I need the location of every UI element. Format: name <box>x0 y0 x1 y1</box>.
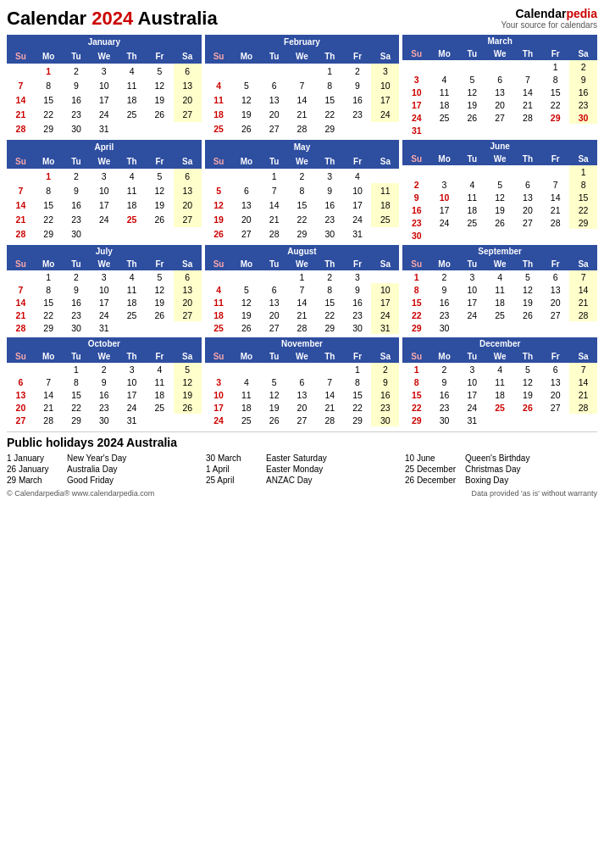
day-header-we: We <box>288 154 316 169</box>
day-cell: 22 <box>316 309 344 321</box>
day-cell: 1 <box>35 270 63 283</box>
day-cell: 12 <box>232 93 260 108</box>
day-cell: 20 <box>514 203 542 216</box>
day-cell: 5 <box>514 363 542 376</box>
day-cell: 18 <box>486 296 514 309</box>
day-cell: 17 <box>371 93 399 108</box>
ph-column: 1 JanuaryNew Year's Day26 JanuaryAustral… <box>7 453 199 486</box>
day-cell: 6 <box>541 363 569 376</box>
day-cell: 26 <box>232 321 260 334</box>
day-header-th: Th <box>316 258 344 270</box>
day-cell: 25 <box>232 414 260 426</box>
day-cell: 7 <box>514 73 542 86</box>
day-cell: 3 <box>458 270 486 283</box>
day-cell: 28 <box>288 321 316 334</box>
day-cell: 14 <box>7 93 35 108</box>
day-cell: 16 <box>402 203 430 216</box>
day-header-th: Th <box>514 153 542 165</box>
month-header-june: June <box>402 140 597 153</box>
day-cell: 7 <box>541 178 569 191</box>
day-cell: 9 <box>569 73 597 86</box>
day-header-tu: Tu <box>63 49 91 64</box>
day-cell: 14 <box>35 388 63 401</box>
day-cell: 8 <box>316 283 344 296</box>
day-cell: 14 <box>569 376 597 388</box>
day-cell: 24 <box>90 213 118 227</box>
footer-left: © Calendarpedia® www.calendarpedia.com <box>7 489 154 498</box>
day-cell <box>205 169 233 183</box>
day-cell: 23 <box>316 213 344 227</box>
day-header-sa: Sa <box>569 258 597 270</box>
day-cell: 18 <box>232 401 260 414</box>
day-cell: 10 <box>344 183 372 198</box>
day-cell: 4 <box>486 363 514 376</box>
day-cell: 1 <box>35 169 63 183</box>
day-cell: 23 <box>371 401 399 414</box>
day-header-fr: Fr <box>344 154 372 169</box>
day-cell: 19 <box>205 213 233 227</box>
day-cell: 5 <box>260 376 288 388</box>
day-cell: 21 <box>260 213 288 227</box>
day-header-tu: Tu <box>260 49 288 64</box>
day-cell: 23 <box>63 213 91 227</box>
day-cell <box>316 363 344 376</box>
day-cell: 25 <box>430 111 458 124</box>
month-header-january: January <box>7 35 202 49</box>
day-cell: 29 <box>402 414 430 426</box>
day-header-tu: Tu <box>260 350 288 363</box>
day-cell <box>569 229 597 242</box>
day-header-sa: Sa <box>569 153 597 165</box>
day-cell: 24 <box>118 401 146 414</box>
day-cell <box>402 165 430 178</box>
day-cell: 28 <box>288 122 316 136</box>
day-cell: 19 <box>514 388 542 401</box>
day-cell: 9 <box>63 183 91 198</box>
day-cell: 12 <box>458 86 486 98</box>
day-cell: 30 <box>63 122 91 136</box>
day-cell: 21 <box>7 108 35 122</box>
day-header-tu: Tu <box>458 350 486 363</box>
day-cell <box>232 64 260 78</box>
day-cell <box>402 60 430 73</box>
day-header-mo: Mo <box>430 47 458 60</box>
day-cell: 7 <box>316 376 344 388</box>
day-cell: 13 <box>486 86 514 98</box>
month-header-august: August <box>205 245 400 258</box>
day-cell: 4 <box>430 73 458 86</box>
day-cell: 10 <box>458 283 486 296</box>
day-header-fr: Fr <box>146 350 174 363</box>
day-cell: 28 <box>514 111 542 124</box>
day-cell: 29 <box>35 122 63 136</box>
day-cell: 30 <box>430 414 458 426</box>
day-cell: 7 <box>569 270 597 283</box>
day-cell <box>458 165 486 178</box>
day-header-sa: Sa <box>371 154 399 169</box>
day-cell: 6 <box>514 178 542 191</box>
day-cell: 8 <box>35 183 63 198</box>
day-header-fr: Fr <box>344 49 372 64</box>
day-cell: 16 <box>63 93 91 108</box>
day-cell: 3 <box>458 363 486 376</box>
day-cell: 5 <box>232 78 260 92</box>
day-cell: 2 <box>63 64 91 78</box>
day-cell: 1 <box>541 60 569 73</box>
day-header-tu: Tu <box>260 258 288 270</box>
day-cell: 7 <box>569 363 597 376</box>
day-cell <box>458 124 486 136</box>
day-cell: 5 <box>146 169 174 183</box>
day-cell <box>146 321 174 334</box>
day-cell: 15 <box>316 93 344 108</box>
day-cell: 19 <box>232 108 260 122</box>
day-cell: 10 <box>90 283 118 296</box>
day-cell: 16 <box>344 296 372 309</box>
day-cell: 14 <box>316 388 344 401</box>
day-cell: 22 <box>35 309 63 321</box>
day-header-we: We <box>90 154 118 169</box>
day-cell: 14 <box>569 283 597 296</box>
day-cell: 10 <box>402 86 430 98</box>
day-cell: 13 <box>541 283 569 296</box>
day-cell: 17 <box>118 388 146 401</box>
day-cell: 19 <box>458 98 486 111</box>
day-cell: 3 <box>205 376 233 388</box>
day-cell: 5 <box>514 270 542 283</box>
